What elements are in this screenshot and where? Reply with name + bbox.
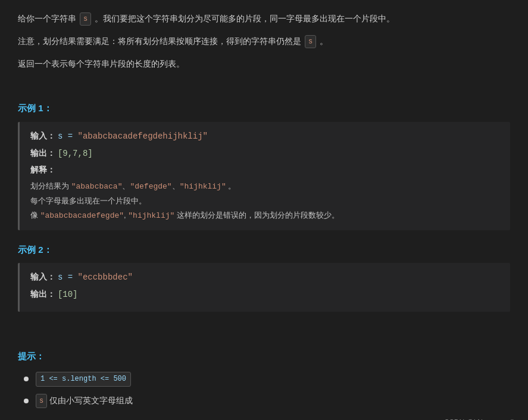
page-content: 给你一个字符串 s 。我们要把这个字符串划分为尽可能多的片段，同一字母最多出现在… xyxy=(18,12,510,408)
hint-list: 1 <= s.length <= 500 s 仅由小写英文字母组成 xyxy=(18,372,510,408)
s-badge-inline1: s xyxy=(80,12,91,26)
example1-input-line: 输入： s = "ababcbacadefegdehijhklij" xyxy=(30,129,499,144)
csdn-watermark: CSDN @LNsupermali xyxy=(444,416,514,420)
example1-box: 输入： s = "ababcbacadefegdehijhklij" 输出： [… xyxy=(18,122,510,230)
desc2-text2: 。 xyxy=(320,36,328,46)
example1-output-value: [9,7,8] xyxy=(58,149,93,158)
example2-title: 示例 2： xyxy=(18,242,510,258)
example1-output-label: 输出： xyxy=(30,148,55,158)
example1-title: 示例 1： xyxy=(18,101,510,116)
example1-output-line: 输出： [9,7,8] xyxy=(30,146,499,161)
desc1-text1: 给你一个字符串 xyxy=(18,14,76,23)
example2-output-value: [10] xyxy=(58,290,78,299)
bullet-dot-1 xyxy=(24,377,29,381)
desc2-text1: 注意，划分结果需要满足：将所有划分结果按顺序连接，得到的字符串仍然是 xyxy=(18,36,301,46)
description-line2: 注意，划分结果需要满足：将所有划分结果按顺序连接，得到的字符串仍然是 s 。 xyxy=(18,35,510,49)
bullet-dot-2 xyxy=(24,399,29,403)
example1-explain-line1: 划分结果为 "ababcbaca"、"defegde"、"hijhklij" 。 xyxy=(30,180,499,193)
example2-input-line: 输入： s = "eccbbbdec" xyxy=(30,270,499,285)
example2-box: 输入： s = "eccbbbdec" 输出： [10] xyxy=(18,263,510,312)
hint-title: 提示： xyxy=(18,349,510,364)
example2-input-label: 输入： xyxy=(30,272,55,281)
hint1-code-badge: 1 <= s.length <= 500 xyxy=(36,372,131,386)
example2-output-line: 输出： [10] xyxy=(30,287,499,302)
hint-item-1: 1 <= s.length <= 500 xyxy=(24,372,510,386)
example2-input-value: "eccbbbdec" xyxy=(78,272,133,282)
example1-explain-line3: 像 "ababcbacadefegde", "hijhklij" 这样的划分是错… xyxy=(30,209,499,222)
hint2-text: 仅由小写英文字母组成 xyxy=(49,394,133,408)
description-line1: 给你一个字符串 s 。我们要把这个字符串划分为尽可能多的片段，同一字母最多出现在… xyxy=(18,12,510,26)
desc1-text2: 。我们要把这个字符串划分为尽可能多的片段，同一字母最多出现在一个片段中。 xyxy=(95,14,395,23)
description-line3: 返回一个表示每个字符串片段的长度的列表。 xyxy=(18,57,510,71)
example1-explain-line2: 每个字母最多出现在一个片段中。 xyxy=(30,195,499,208)
hint-item-2: s 仅由小写英文字母组成 xyxy=(24,394,510,408)
s-badge-inline2: s xyxy=(305,35,316,48)
example2-output-label: 输出： xyxy=(30,289,55,299)
example1-input-label: 输入： xyxy=(30,131,55,140)
example1-explain-label: 解释： xyxy=(30,163,499,177)
example1-input-value: "ababcbacadefegdehijhklij" xyxy=(78,131,208,141)
example1-input-s: s xyxy=(58,131,68,141)
s-badge-hint: s xyxy=(36,394,47,408)
hint-section: 提示： 1 <= s.length <= 500 s 仅由小写英文字母组成 xyxy=(18,349,510,408)
